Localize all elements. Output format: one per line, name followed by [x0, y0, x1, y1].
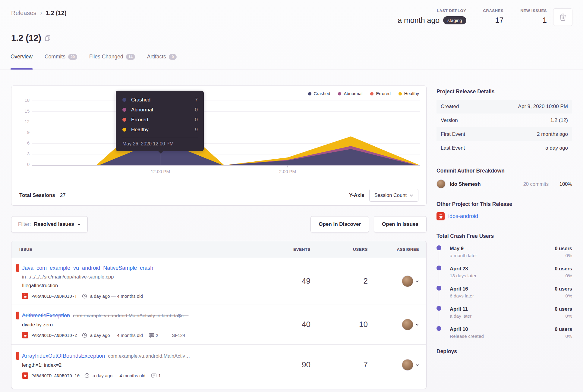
issue-age: a day ago — 4 months old: [90, 294, 143, 299]
copy-icon[interactable]: [45, 35, 50, 41]
healthy-dot-icon: [122, 128, 126, 132]
chart-footer: Total Sessions 27 Y-Axis Session Count: [11, 185, 426, 205]
meta-divider: [165, 332, 165, 338]
assignee-avatar: [402, 359, 413, 371]
chevron-down-icon: [410, 194, 413, 197]
abnormal-dot-icon: [122, 108, 126, 112]
issue-level-marker: [16, 264, 19, 272]
issue-message: divide by zero: [16, 320, 274, 329]
issue-users-count: 7: [310, 360, 368, 369]
delete-release-button[interactable]: [553, 8, 572, 26]
issue-title-link[interactable]: ArithmeticException: [22, 311, 70, 320]
assignee-selector[interactable]: [368, 275, 419, 287]
project-icon: [22, 372, 28, 379]
clock-icon: [84, 373, 90, 378]
issue-age: a day ago — 4 months old: [90, 333, 143, 338]
issue-row[interactable]: ArithmeticException com.example.vu.andro…: [11, 304, 426, 345]
deploys-heading: Deploys: [436, 348, 572, 355]
errored-dot-icon: [122, 118, 126, 122]
tab-commits[interactable]: Commits 20: [45, 54, 77, 70]
clock-icon: [82, 294, 87, 299]
y-axis-label: Y-Axis: [349, 192, 364, 198]
last-deploy-value: a month ago: [398, 16, 440, 25]
y-tick: 15: [17, 109, 30, 114]
issue-message: length=1; index=2: [16, 360, 274, 369]
legend-healthy[interactable]: Healthy: [399, 91, 419, 96]
issue-row[interactable]: ArrayIndexOutOfBoundsException com.examp…: [11, 345, 426, 385]
tab-artifacts[interactable]: Artifacts 0: [147, 54, 177, 70]
chevron-down-icon: [415, 363, 419, 367]
last-deploy-label: LAST DEPLOY: [437, 8, 466, 13]
x-tick: 2:00 PM: [269, 169, 306, 174]
y-axis-select[interactable]: Session Count: [369, 189, 418, 202]
artifacts-count-badge: 0: [169, 54, 177, 60]
other-project-heading: Other Project for This Release: [436, 201, 572, 207]
new-issues-value: 1: [543, 16, 547, 25]
new-issues-label: NEW ISSUES: [520, 8, 547, 13]
timeline-dot-icon: [436, 326, 441, 331]
project-slug[interactable]: PARANOID-ANDROID-T: [31, 294, 77, 299]
timeline-item: April 160 users 6 days later0%: [436, 285, 572, 300]
stat-crashes: CRASHES 17: [483, 8, 504, 25]
open-in-discover-button[interactable]: Open in Discover: [310, 216, 369, 232]
legend-abnormal[interactable]: Abnormal: [338, 91, 362, 96]
column-issue: ISSUE: [11, 247, 277, 252]
assignee-selector[interactable]: [368, 319, 419, 330]
legend-errored[interactable]: Errored: [370, 91, 390, 96]
environment-badge: staging: [443, 16, 466, 24]
healthy-dot-icon: [399, 92, 402, 95]
commit-authors-heading: Commit Author Breakdown: [436, 168, 572, 174]
project-slug[interactable]: PARANOID-ANDROID-10: [31, 373, 80, 378]
project-icon: [22, 293, 28, 299]
filter-dropdown[interactable]: Filter: Resolved Issues: [11, 216, 88, 232]
release-version-title: 1.2 (12): [11, 33, 41, 43]
issue-events-count: 90: [277, 360, 310, 369]
x-tick: 12:00 PM: [142, 169, 178, 174]
timeline-dot-icon: [436, 245, 441, 250]
stat-last-deploy: LAST DEPLOY a month ago staging: [398, 8, 466, 25]
issue-title-link[interactable]: Java_com_example_vu_android_NativeSample…: [22, 263, 153, 272]
timeline-item: April 230 users 13 days later0%: [436, 265, 572, 279]
y-tick: 6: [17, 141, 30, 145]
column-users: USERS: [310, 247, 368, 252]
tooltip-caret: [158, 151, 163, 154]
open-in-issues-button[interactable]: Open in Issues: [374, 216, 427, 232]
assignee-selector[interactable]: [368, 359, 419, 371]
issue-culprit: in ../../../../src/main/cpp/native-sampl…: [16, 272, 274, 281]
issue-message: IllegalInstruction: [16, 281, 274, 290]
issue-title-link[interactable]: ArrayIndexOutOfBoundsException: [22, 351, 105, 360]
tabbar-divider: [0, 70, 583, 70]
timeline-dot-icon: [436, 266, 441, 270]
release-tabs: Overview Commits 20 Files Changed 14 Art…: [11, 54, 177, 70]
x-tickmark: [287, 165, 288, 167]
abnormal-dot-icon: [338, 92, 341, 95]
author-name: Ido Shemesh: [450, 181, 519, 187]
tooltip-row-errored: Errored 0: [122, 115, 198, 125]
issues-table: ISSUE EVENTS USERS ASSIGNEE Java_com_exa…: [11, 241, 427, 389]
tooltip-row-crashed: Crashed 7: [122, 95, 198, 105]
sessions-chart[interactable]: 18 15 12 9 6 3 0 12:00 PM 2:00 PM Crashe…: [11, 86, 426, 185]
detail-row-last-event: Last Event a day ago: [436, 141, 572, 155]
chevron-right-icon: ›: [40, 9, 42, 17]
other-project-link[interactable]: idos-android: [448, 213, 478, 219]
crashes-label: CRASHES: [483, 8, 504, 13]
stacked-area-series: [32, 86, 421, 166]
release-stats: LAST DEPLOY a month ago staging CRASHES …: [398, 8, 547, 25]
tab-files-changed[interactable]: Files Changed 14: [89, 54, 135, 70]
issue-row[interactable]: Java_com_example_vu_android_NativeSample…: [11, 258, 426, 304]
stat-new-issues: NEW ISSUES 1: [520, 8, 547, 25]
timeline-dot-icon: [436, 306, 441, 311]
comment-icon: [151, 373, 156, 378]
crashed-dot-icon: [122, 98, 126, 102]
issue-users-count: 10: [310, 320, 368, 329]
tab-overview[interactable]: Overview: [11, 54, 33, 70]
author-percent: 100%: [553, 181, 572, 187]
legend-crashed[interactable]: Crashed: [308, 91, 330, 96]
crashed-dot-icon: [308, 92, 311, 95]
breadcrumb-releases[interactable]: Releases: [11, 10, 36, 17]
issue-users-count: 2: [310, 276, 368, 286]
y-tick: 3: [17, 151, 30, 156]
chevron-down-icon: [77, 222, 81, 226]
comment-icon: [149, 333, 154, 338]
project-slug[interactable]: PARANOID-ANDROID-Z: [31, 333, 77, 338]
